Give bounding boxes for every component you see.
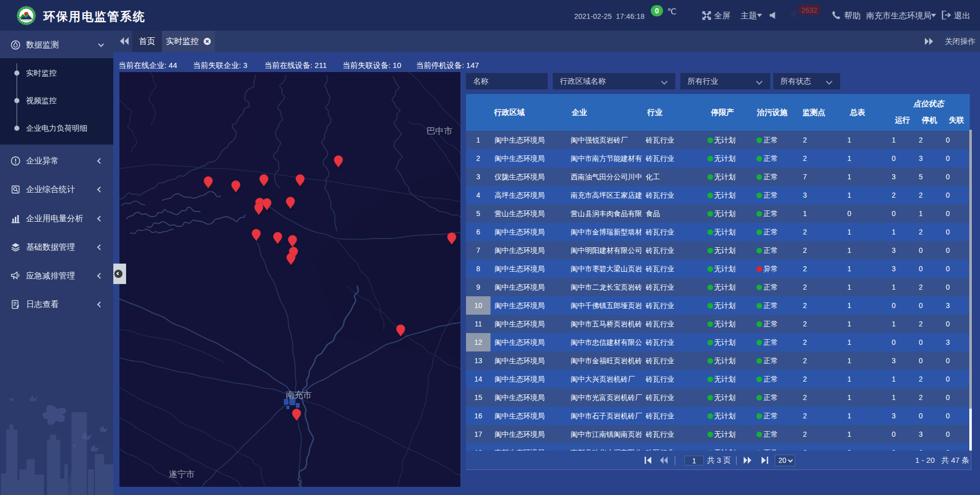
svg-text:巴中市: 巴中市: [427, 126, 453, 136]
svg-text:遂宁市: 遂宁市: [169, 469, 195, 479]
svg-text:南充市: 南充市: [286, 390, 312, 400]
